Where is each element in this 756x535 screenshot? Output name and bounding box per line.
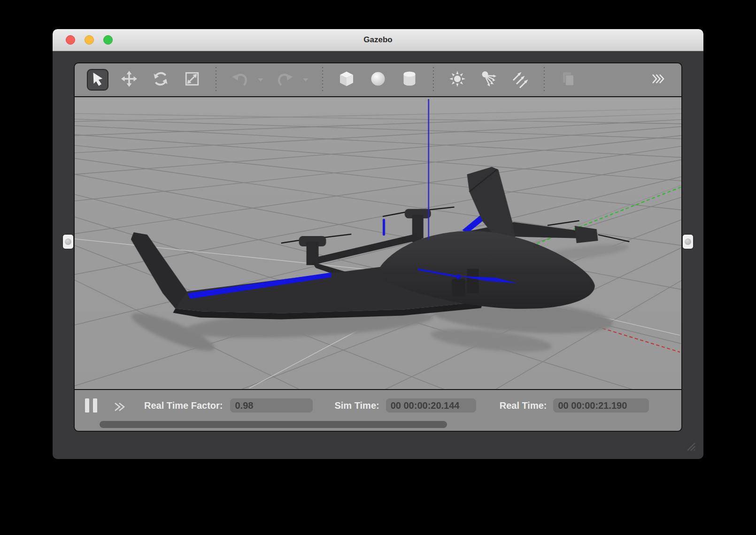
window-resize-grip[interactable] [683, 438, 696, 453]
insert-box-button[interactable] [336, 69, 357, 91]
move-arrows-icon [121, 70, 138, 89]
directional-light-button[interactable] [509, 69, 531, 91]
left-panel-splitter-handle[interactable] [63, 235, 73, 249]
copy-button[interactable] [557, 69, 579, 91]
sim-time-label: Sim Time: [334, 400, 379, 411]
toolbar [75, 63, 681, 96]
rotate-tool-button[interactable] [150, 69, 171, 91]
rotate-arrows-icon [152, 70, 169, 89]
redo-history-button[interactable] [302, 69, 309, 91]
pause-icon [93, 398, 97, 413]
triple-chevron-right-icon [651, 73, 666, 87]
right-panel-splitter-handle[interactable] [683, 235, 693, 249]
caret-down-icon [302, 76, 309, 84]
translate-tool-button[interactable] [118, 69, 140, 91]
status-expand-button[interactable] [113, 400, 126, 415]
toolbar-separator [216, 67, 216, 92]
cube-icon [338, 70, 355, 89]
pause-button[interactable] [85, 398, 97, 413]
caret-down-icon [257, 76, 264, 84]
select-tool-button[interactable] [87, 69, 108, 91]
horizontal-scrollbar-thumb[interactable] [100, 421, 447, 428]
real-time-value[interactable]: 00 00:00:21.190 [553, 398, 649, 413]
scale-icon [184, 71, 200, 89]
scale-tool-button[interactable] [181, 69, 203, 91]
splitter-grip-icon [685, 238, 691, 245]
render-viewport[interactable] [75, 96, 681, 390]
undo-button[interactable] [229, 69, 251, 91]
resize-grip-icon [683, 438, 696, 451]
toolbar-separator [322, 67, 323, 92]
toolbar-overflow-button[interactable] [648, 69, 669, 91]
cylinder-icon [401, 70, 418, 89]
main-panel: Real Time Factor: 0.98 Sim Time: 00 00:0… [74, 62, 682, 432]
title-bar[interactable]: Gazebo [53, 29, 703, 51]
toolbar-separator [433, 67, 434, 92]
horizon-fade [75, 98, 681, 123]
directional-light-icon [511, 69, 530, 90]
real-time-factor-value[interactable]: 0.98 [230, 398, 313, 413]
insert-cylinder-button[interactable] [399, 69, 420, 91]
splitter-grip-icon [65, 238, 71, 245]
undo-history-button[interactable] [257, 69, 264, 91]
undo-arrow-icon [231, 70, 249, 89]
redo-arrow-icon [276, 70, 294, 89]
insert-sphere-button[interactable] [367, 69, 389, 91]
point-light-button[interactable] [447, 69, 468, 91]
redo-button[interactable] [274, 69, 296, 91]
select-arrow-icon [90, 71, 106, 89]
sim-time-value[interactable]: 00 00:00:20.144 [386, 398, 476, 413]
antenna [383, 219, 385, 236]
real-time-factor-label: Real Time Factor: [144, 400, 223, 411]
point-light-icon [448, 70, 466, 90]
window-title: Gazebo [53, 29, 703, 51]
gazebo-window: Gazebo [53, 29, 703, 459]
viewport-3d-scene [75, 97, 681, 389]
simulation-status-bar: Real Time Factor: 0.98 Sim Time: 00 00:0… [75, 390, 681, 421]
real-time-label: Real Time: [500, 400, 547, 411]
double-chevron-right-icon [113, 400, 126, 413]
copy-documents-icon [560, 70, 577, 89]
spot-light-icon [480, 70, 498, 90]
sphere-icon [370, 70, 386, 89]
spot-light-button[interactable] [478, 69, 500, 91]
toolbar-separator [544, 67, 545, 92]
pause-icon [85, 398, 89, 413]
